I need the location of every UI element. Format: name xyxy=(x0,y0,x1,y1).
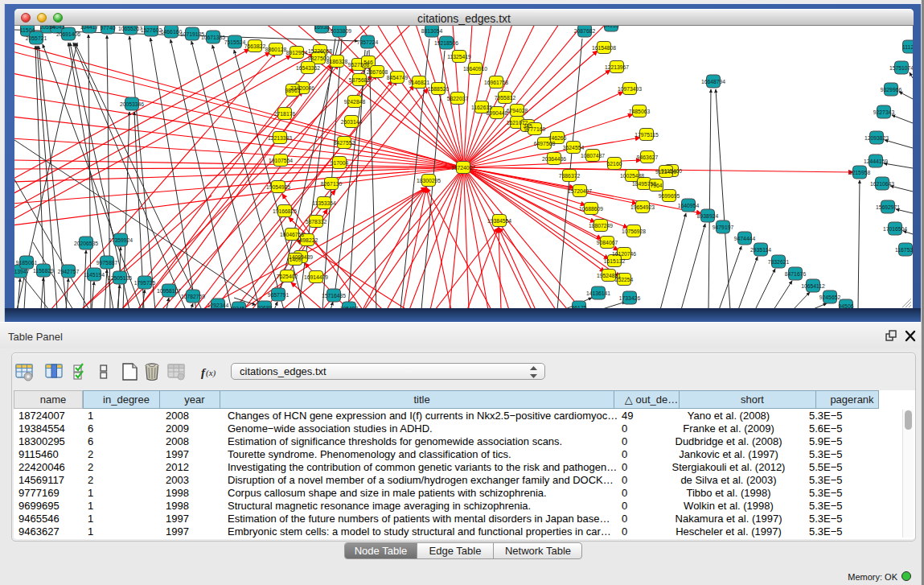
svg-text:9463627: 9463627 xyxy=(637,154,659,160)
svg-text:1145194: 1145194 xyxy=(84,272,105,278)
svg-text:8215958: 8215958 xyxy=(849,170,871,175)
svg-text:9329966: 9329966 xyxy=(881,87,902,93)
svg-text:7955812: 7955812 xyxy=(495,95,516,101)
svg-text:16210643: 16210643 xyxy=(870,181,894,187)
svg-text:16154808: 16154808 xyxy=(592,45,616,51)
svg-text:5878332: 5878332 xyxy=(306,219,327,225)
svg-text:3624554: 3624554 xyxy=(563,145,585,150)
svg-text:1615132: 1615132 xyxy=(604,258,626,264)
svg-text:9084067: 9084067 xyxy=(597,240,618,245)
svg-text:19166825: 19166825 xyxy=(273,208,297,214)
svg-text:11325419: 11325419 xyxy=(447,54,471,60)
svg-text:15716485: 15716485 xyxy=(322,293,346,299)
svg-text:20364436: 20364436 xyxy=(542,156,566,162)
svg-text:15720407: 15720407 xyxy=(568,188,592,194)
svg-text:(x): (x) xyxy=(206,368,216,378)
svg-text:9474444: 9474444 xyxy=(734,236,756,241)
svg-text:9146821: 9146821 xyxy=(409,80,430,85)
svg-text:10654112: 10654112 xyxy=(801,283,825,289)
svg-text:1167533: 1167533 xyxy=(895,247,913,253)
svg-text:17975115: 17975115 xyxy=(634,132,659,138)
svg-text:18300295: 18300295 xyxy=(417,178,441,183)
svg-text:7625402: 7625402 xyxy=(277,274,298,279)
svg-text:10107554: 10107554 xyxy=(269,158,293,163)
svg-text:8938924: 8938924 xyxy=(697,213,719,219)
svg-text:18724007: 18724007 xyxy=(451,165,475,171)
svg-text:8912954: 8912954 xyxy=(286,50,308,56)
svg-text:10958107: 10958107 xyxy=(157,288,181,294)
svg-text:15692971: 15692971 xyxy=(876,204,900,210)
svg-text:8267130: 8267130 xyxy=(321,181,343,187)
svg-text:20206535: 20206535 xyxy=(74,241,98,246)
svg-text:14136141: 14136141 xyxy=(586,290,610,296)
svg-text:19054935: 19054935 xyxy=(266,184,290,190)
svg-text:917004: 917004 xyxy=(331,160,349,166)
svg-text:12093823: 12093823 xyxy=(864,135,889,141)
svg-text:19384554: 19384554 xyxy=(487,218,511,224)
svg-text:9185061: 9185061 xyxy=(16,260,38,266)
svg-text:8813054: 8813054 xyxy=(421,28,443,34)
svg-text:62160: 62160 xyxy=(607,161,622,167)
svg-text:2055721: 2055721 xyxy=(26,35,47,41)
svg-text:10973493: 10973493 xyxy=(618,86,642,92)
svg-text:20053346: 20053346 xyxy=(120,101,144,107)
svg-text:8990448: 8990448 xyxy=(487,110,508,116)
svg-text:6498222: 6498222 xyxy=(297,237,318,243)
svg-text:19654923: 19654923 xyxy=(630,204,655,210)
svg-text:17016504: 17016504 xyxy=(883,226,907,232)
svg-text:9245652: 9245652 xyxy=(819,295,841,300)
svg-text:9699695: 9699695 xyxy=(659,193,680,199)
svg-text:16120746: 16120746 xyxy=(612,251,636,257)
svg-text:9113400: 9113400 xyxy=(655,169,676,175)
svg-text:2603144: 2603144 xyxy=(341,119,363,125)
svg-text:18807249: 18807249 xyxy=(589,223,613,229)
svg-text:1733426: 1733426 xyxy=(619,295,641,301)
svg-text:1795725: 1795725 xyxy=(134,280,156,286)
svg-text:10688609: 10688609 xyxy=(579,206,603,212)
svg-text:8454749: 8454749 xyxy=(387,75,409,80)
svg-text:1156829: 1156829 xyxy=(33,268,54,274)
svg-text:15226058: 15226058 xyxy=(308,48,332,54)
svg-text:16033809: 16033809 xyxy=(327,28,351,34)
svg-text:12444159: 12444159 xyxy=(864,159,888,164)
svg-text:6497568: 6497568 xyxy=(534,141,556,146)
svg-text:20691406: 20691406 xyxy=(56,31,80,37)
svg-text:12213383: 12213383 xyxy=(268,135,292,141)
svg-text:12505135: 12505135 xyxy=(108,275,132,281)
svg-text:10671385: 10671385 xyxy=(201,35,225,40)
svg-text:8186328: 8186328 xyxy=(326,59,348,64)
svg-text:11353354: 11353354 xyxy=(312,200,336,206)
svg-text:5875685: 5875685 xyxy=(349,77,371,83)
svg-text:5322037: 5322037 xyxy=(447,96,469,101)
svg-text:9777169: 9777169 xyxy=(524,126,546,132)
svg-text:1640954: 1640954 xyxy=(678,203,700,208)
svg-text:10756928: 10756928 xyxy=(622,229,646,234)
svg-text:16914479: 16914479 xyxy=(304,274,328,280)
svg-text:97740: 97740 xyxy=(101,26,116,31)
svg-text:8427552: 8427552 xyxy=(334,140,355,146)
svg-text:546: 546 xyxy=(363,60,373,65)
svg-text:10025488: 10025488 xyxy=(620,173,644,179)
svg-text:7515524: 7515524 xyxy=(224,39,246,45)
svg-text:16543362: 16543362 xyxy=(296,65,320,71)
svg-text:9242848: 9242848 xyxy=(344,99,366,105)
svg-text:7832621: 7832621 xyxy=(768,259,790,265)
svg-text:1292344: 1292344 xyxy=(207,303,229,308)
svg-text:16648794: 16648794 xyxy=(701,79,725,84)
svg-text:1588520: 1588520 xyxy=(428,86,450,92)
svg-text:1162615: 1162615 xyxy=(471,105,492,110)
svg-text:7485063: 7485063 xyxy=(629,109,651,114)
svg-text:98961: 98961 xyxy=(285,88,301,93)
svg-text:2087682: 2087682 xyxy=(574,28,596,34)
svg-text:10807487: 10807487 xyxy=(581,153,605,159)
svg-text:84153: 84153 xyxy=(604,26,619,28)
svg-text:16046758: 16046758 xyxy=(280,232,304,237)
svg-text:7386372: 7386372 xyxy=(559,173,581,179)
svg-text:1527602: 1527602 xyxy=(141,27,162,33)
svg-text:15751074: 15751074 xyxy=(889,65,913,71)
svg-text:7964: 7964 xyxy=(650,183,662,188)
svg-text:18640910: 18640910 xyxy=(463,66,487,72)
svg-text:12213967: 12213967 xyxy=(605,64,629,70)
svg-text:6466160: 6466160 xyxy=(161,29,183,35)
svg-text:16961758: 16961758 xyxy=(484,80,508,85)
